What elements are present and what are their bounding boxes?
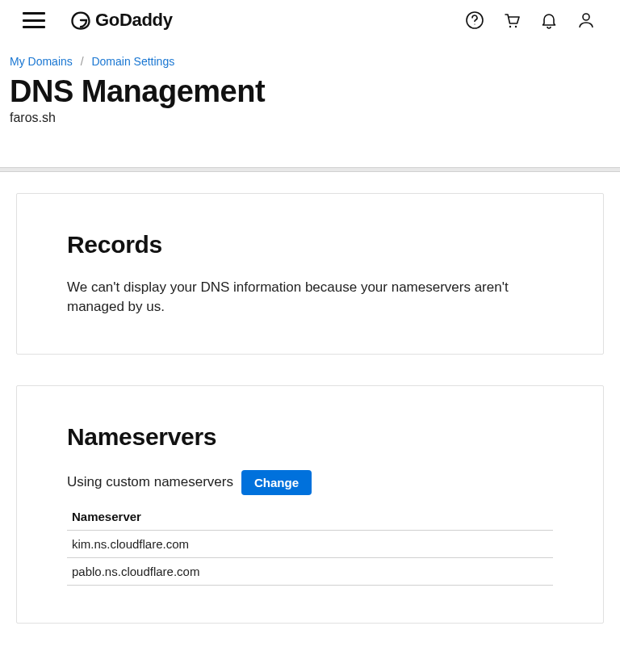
brand-name: GoDaddy: [95, 10, 173, 31]
records-message: We can't display your DNS information be…: [67, 278, 519, 317]
svg-point-2: [509, 26, 511, 27]
nameservers-table: Nameserver kim.ns.cloudflare.com pablo.n…: [67, 503, 553, 586]
table-row: kim.ns.cloudflare.com: [67, 530, 553, 557]
nameservers-card: Nameservers Using custom nameservers Cha…: [16, 385, 604, 624]
nameservers-column-header: Nameserver: [67, 503, 553, 531]
records-heading: Records: [67, 231, 553, 258]
help-icon[interactable]: [463, 9, 486, 32]
account-icon[interactable]: [575, 9, 597, 32]
breadcrumb-link-my-domains[interactable]: My Domains: [10, 55, 73, 68]
nameservers-status-row: Using custom nameservers Change: [67, 470, 553, 495]
svg-point-4: [583, 14, 589, 20]
header-right: [463, 9, 597, 32]
breadcrumb: My Domains / Domain Settings: [10, 55, 610, 68]
nameservers-status: Using custom nameservers: [67, 474, 233, 490]
top-header: GoDaddy: [0, 0, 620, 40]
table-row: pablo.ns.cloudflare.com: [67, 557, 553, 585]
menu-icon[interactable]: [23, 12, 45, 28]
change-nameservers-button[interactable]: Change: [241, 470, 312, 495]
brand-logo[interactable]: GoDaddy: [69, 9, 173, 32]
nameserver-value: kim.ns.cloudflare.com: [67, 530, 553, 557]
breadcrumb-link-domain-settings[interactable]: Domain Settings: [91, 55, 174, 68]
breadcrumb-separator: /: [81, 55, 84, 68]
cart-icon[interactable]: [501, 9, 523, 32]
nameservers-heading: Nameservers: [67, 423, 553, 451]
header-left: GoDaddy: [23, 9, 173, 32]
breadcrumb-area: My Domains / Domain Settings DNS Managem…: [0, 40, 620, 133]
records-card: Records We can't display your DNS inform…: [16, 193, 604, 355]
page-title: DNS Management: [10, 74, 610, 109]
nameserver-value: pablo.ns.cloudflare.com: [67, 557, 553, 585]
godaddy-logo-icon: [69, 9, 92, 32]
content-area: Records We can't display your DNS inform…: [0, 172, 620, 670]
page-subtitle: faros.sh: [10, 111, 610, 125]
notifications-icon[interactable]: [538, 9, 560, 32]
svg-point-1: [474, 23, 475, 24]
svg-point-3: [515, 26, 517, 27]
